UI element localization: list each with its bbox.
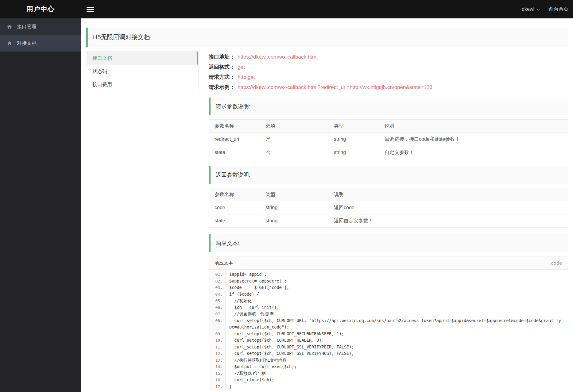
table-row: state string 返回自定义参数！ xyxy=(209,214,568,228)
code-text: if ($code) { xyxy=(226,291,568,298)
response-code-panel: 响应文本 code 01.$appid='appid';02.$appsecre… xyxy=(209,256,568,390)
api-info-value: http get xyxy=(238,74,255,80)
doc-body: 接口地址：https://dkewl.com/wx-callback.html … xyxy=(209,51,568,390)
table-header-row: 参数名称 必填 类型 说明 xyxy=(209,120,568,133)
line-number: 11. xyxy=(209,344,226,351)
code-line: 09. curl_setopt($ch, CURLOPT_RETURNTRANS… xyxy=(209,331,568,337)
api-info-row: 返回格式：get xyxy=(209,62,568,72)
home-icon xyxy=(7,41,12,46)
api-info-label: 请求示例： xyxy=(209,84,235,90)
cell-description: 返回code xyxy=(328,201,568,214)
api-info-label: 请求方式： xyxy=(209,74,235,80)
response-params-table: 参数名称 类型 说明 code string 返回code state stri… xyxy=(209,188,568,228)
front-home-link[interactable]: 前台首页 xyxy=(549,6,568,13)
line-number: 05. xyxy=(209,298,226,304)
code-line: 11. curl_setopt($ch, CURLOPT_SSL_VERIFYP… xyxy=(209,344,568,351)
app-title: 用户中心 xyxy=(0,5,81,14)
code-text: $appid='appid'; xyxy=(226,271,568,278)
cell-description: 回调链接，接口code和state参数！ xyxy=(379,133,568,146)
cell-param-name: state xyxy=(209,214,260,228)
sidebar-item-label: 对接文档 xyxy=(17,40,37,47)
hamburger-bar xyxy=(87,7,94,8)
cell-required: 是 xyxy=(260,133,328,146)
hamburger-bar xyxy=(87,9,94,10)
api-info-label: 返回格式： xyxy=(209,64,235,70)
code-line: 06. $ch = curl_init(); xyxy=(209,304,568,311)
hamburger-bar xyxy=(87,11,94,12)
api-example-link[interactable]: https://dkewl.com/wx-callback.html?redir… xyxy=(238,84,432,90)
subnav-item-api-fees[interactable]: 接口费用 xyxy=(86,78,198,91)
line-number: 15. xyxy=(209,370,226,377)
sidebar: 接口管理 对接文档 xyxy=(0,18,81,392)
line-number: 08. xyxy=(209,317,226,331)
cell-param-name: state xyxy=(209,146,260,159)
sidebar-item-api-management[interactable]: 接口管理 xyxy=(0,18,81,35)
line-number: 13. xyxy=(209,357,226,364)
code-text: //初始化 xyxy=(226,298,568,304)
code-line: 15. //释放curl句柄 xyxy=(209,370,568,377)
code-line: 16. curl_close($ch); xyxy=(209,377,568,383)
home-icon xyxy=(7,24,12,29)
cell-param-name: code xyxy=(209,201,260,214)
sidebar-item-label: 接口管理 xyxy=(17,24,37,30)
sidebar-item-docs[interactable]: 对接文档 xyxy=(0,35,81,52)
api-url-link[interactable]: https://dkewl.com/wx-callback.html xyxy=(238,54,318,60)
api-info-row: 请求示例：https://dkewl.com/wx-callback.html?… xyxy=(209,82,568,92)
code-text: curl_setopt($ch, CURLOPT_HEADER, 0); xyxy=(226,337,568,344)
table-header-row: 参数名称 类型 说明 xyxy=(209,188,568,201)
line-number: 14. xyxy=(209,363,226,370)
api-info-row: 接口地址：https://dkewl.com/wx-callback.html xyxy=(209,52,568,62)
column-header: 必填 xyxy=(260,120,328,133)
code-line: 02.$appsecret='appsecret'; xyxy=(209,278,568,285)
column-header: 类型 xyxy=(328,120,379,133)
header-right: dkewl 前台首页 xyxy=(522,6,568,13)
column-header: 参数名称 xyxy=(209,188,260,201)
table-row: redirect_uri 是 string 回调链接，接口code和state参… xyxy=(209,133,568,146)
code-text: curl_setopt($ch, CURLOPT_URL, "https://a… xyxy=(226,317,568,331)
code-text: $ch = curl_init(); xyxy=(226,304,568,311)
line-number: 01. xyxy=(209,271,226,278)
api-info-label: 接口地址： xyxy=(209,54,235,60)
table-row: code string 返回code xyxy=(209,201,568,214)
content-columns: 接口文档 状态码 接口费用 接口地址：https://dkewl.com/wx-… xyxy=(86,51,568,390)
code-line: 13. //执行并获取HTML文档内容 xyxy=(209,357,568,364)
code-text: $output = curl_exec($ch); xyxy=(226,363,568,370)
code-panel-title: 响应文本 xyxy=(215,260,233,266)
subnav-item-status-codes[interactable]: 状态码 xyxy=(86,65,198,78)
request-params-table: 参数名称 必填 类型 说明 redirect_uri 是 string 回调链接… xyxy=(209,119,568,159)
cell-type: string xyxy=(260,214,328,228)
chevron-down-icon xyxy=(536,7,540,10)
subnav-item-api-doc[interactable]: 接口文档 xyxy=(86,52,198,65)
code-line: 12. curl_setopt($ch, CURLOPT_SSL_VERIFYH… xyxy=(209,350,568,357)
code-text: $appsecret='appsecret'; xyxy=(226,278,568,285)
hamburger-icon[interactable] xyxy=(87,7,94,12)
code-line: 10. curl_setopt($ch, CURLOPT_HEADER, 0); xyxy=(209,337,568,344)
cell-description: 返回自定义参数！ xyxy=(328,214,568,228)
api-info: 接口地址：https://dkewl.com/wx-callback.html … xyxy=(209,51,568,92)
code-line: 03.$code = $_GET['code']; xyxy=(209,284,568,291)
cell-type: string xyxy=(328,146,379,159)
section-title-response-text: 响应文本: xyxy=(209,234,568,252)
line-number: 04. xyxy=(209,291,226,298)
cell-param-name: redirect_uri xyxy=(209,133,260,146)
line-number: 12. xyxy=(209,350,226,357)
code-line: 07. //设置选项，包括URL xyxy=(209,311,568,317)
page-title: H5无限回调对接文档 xyxy=(86,28,568,47)
code-line: 01.$appid='appid'; xyxy=(209,271,568,278)
code-text: //释放curl句柄 xyxy=(226,370,568,377)
doc-subnav: 接口文档 状态码 接口费用 xyxy=(86,51,199,91)
code-line: 14. $output = curl_exec($ch); xyxy=(209,363,568,370)
line-number: 10. xyxy=(209,337,226,344)
code-line: 04.if ($code) { xyxy=(209,291,568,298)
line-number: 07. xyxy=(209,311,226,317)
top-header: 用户中心 dkewl 前台首页 xyxy=(0,0,573,18)
code-text: } xyxy=(226,383,568,390)
cell-required: 否 xyxy=(260,146,328,159)
line-number: 03. xyxy=(209,284,226,291)
code-text: curl_setopt($ch, CURLOPT_SSL_VERIFYHOST,… xyxy=(226,350,568,357)
code-text: curl_setopt($ch, CURLOPT_SSL_VERIFYPEER,… xyxy=(226,344,568,351)
code-badge: code xyxy=(551,260,562,266)
user-dropdown[interactable]: dkewl xyxy=(522,6,540,12)
section-title-response-params: 返回参数说明: xyxy=(209,166,568,184)
line-number: 09. xyxy=(209,331,226,337)
